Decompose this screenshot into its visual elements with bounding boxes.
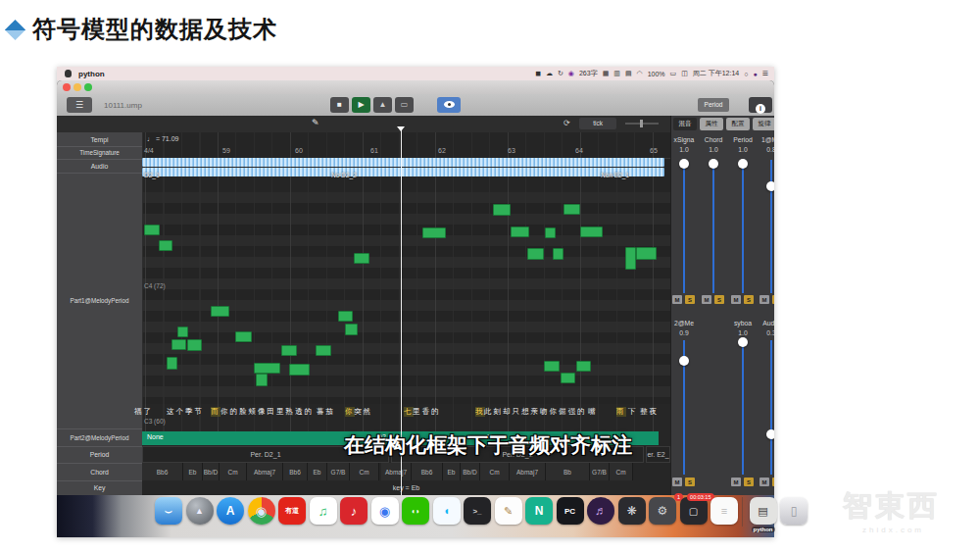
status-icon[interactable]: ◼: [535, 70, 541, 77]
status-icon[interactable]: ◫: [681, 70, 688, 77]
mute-button[interactable]: M: [702, 295, 711, 304]
dock-icon-textedit[interactable]: ✎: [495, 497, 522, 525]
dock-icon-qq[interactable]: ◖: [433, 497, 461, 525]
close-button[interactable]: [63, 83, 71, 91]
lyric-segment[interactable]: 里香的: [413, 407, 441, 417]
midi-note[interactable]: [545, 227, 556, 238]
chord-cell[interactable]: Abmaj7: [381, 463, 412, 480]
dock-icon-chrome[interactable]: ◉: [248, 497, 275, 525]
fader-track[interactable]: [742, 340, 744, 475]
midi-note[interactable]: [564, 204, 580, 215]
fader-knob[interactable]: [679, 356, 689, 366]
timeline-ruler[interactable]: 4/459606162636465: [142, 145, 670, 159]
audio-region-label[interactable]: D2_1: [144, 172, 160, 178]
snap-dropdown[interactable]: tick: [579, 118, 616, 129]
midi-note[interactable]: [561, 373, 575, 383]
apple-logo-icon[interactable]: [65, 70, 72, 77]
midi-note[interactable]: [511, 226, 529, 237]
midi-note[interactable]: [580, 226, 603, 237]
midi-note[interactable]: [187, 339, 202, 351]
midi-note[interactable]: [544, 361, 560, 372]
sidebar-track-audio[interactable]: Audio: [57, 159, 142, 174]
audio-waveform-top[interactable]: [142, 158, 664, 167]
fader-track[interactable]: [683, 160, 685, 293]
midi-note[interactable]: [256, 374, 268, 386]
fader-track[interactable]: [742, 160, 744, 293]
hamburger-menu-button[interactable]: ☰: [67, 97, 92, 113]
status-icon[interactable]: ☁: [546, 70, 553, 77]
mixer-tab-1[interactable]: 混音: [673, 118, 697, 130]
chord-cell[interactable]: Eb: [308, 463, 327, 480]
sidebar-track-part1@melodyperiod[interactable]: Part1@MelodyPeriod: [57, 173, 142, 429]
midi-note[interactable]: [159, 240, 172, 251]
eye-view-button[interactable]: [437, 97, 461, 113]
fader-knob[interactable]: [766, 181, 774, 191]
fader-track[interactable]: [770, 340, 772, 475]
chord-cell[interactable]: G7/B: [327, 463, 350, 480]
chord-cell[interactable]: Bb/D: [461, 463, 480, 480]
midi-note[interactable]: [422, 227, 446, 238]
loop-icon[interactable]: ⟳: [564, 119, 570, 127]
chord-cell[interactable]: Bb6: [412, 463, 443, 480]
lyric-segment[interactable]: 你的脸颊像田里熟透的: [220, 407, 314, 417]
sidebar-track-tempi[interactable]: Tempi: [57, 132, 142, 147]
fader-knob[interactable]: [738, 337, 748, 347]
chord-cell[interactable]: G7/B: [590, 463, 610, 480]
lyric-segment[interactable]: 此刻却只想亲吻你倔强的: [484, 407, 587, 417]
dock-icon-python-window[interactable]: ▤python: [750, 497, 777, 525]
mute-button[interactable]: M: [760, 478, 769, 486]
chord-cell[interactable]: Bb: [546, 463, 590, 480]
dock-icon-netease-music[interactable]: ♪: [340, 497, 368, 525]
lyric-segment[interactable]: 整夜: [640, 407, 659, 417]
status-icon[interactable]: ☰: [762, 70, 768, 77]
zoom-button[interactable]: [84, 83, 92, 91]
midi-note[interactable]: [177, 327, 188, 337]
dock-icon-youdao[interactable]: 有道: [278, 497, 306, 525]
window-titlebar[interactable]: [57, 80, 774, 94]
stop-button[interactable]: ■: [330, 97, 349, 113]
midi-note[interactable]: [316, 345, 331, 356]
status-icon[interactable]: ○: [744, 71, 748, 77]
fader-knob[interactable]: [738, 159, 748, 169]
playhead-marker[interactable]: [397, 126, 405, 131]
fader-knob[interactable]: [709, 159, 718, 169]
fader-knob[interactable]: [766, 429, 774, 439]
zoom-slider-handle[interactable]: [640, 120, 643, 127]
dock-icon-settings[interactable]: ⚙1: [649, 497, 676, 525]
mixer-tab-2[interactable]: 属性: [700, 118, 723, 130]
solo-button[interactable]: S: [744, 295, 754, 304]
period-dropdown[interactable]: Period: [698, 98, 729, 112]
lyric-segment[interactable]: 雨: [616, 407, 626, 417]
dock-icon-finder[interactable]: ⌣: [155, 497, 182, 525]
fader-track[interactable]: [770, 160, 772, 293]
dock-icon-qq-music[interactable]: ♫: [310, 497, 337, 525]
status-icon[interactable]: ▭: [670, 70, 677, 77]
mute-button[interactable]: M: [760, 295, 769, 304]
sidebar-track-period[interactable]: Period: [57, 446, 142, 464]
keyboard-button[interactable]: ▭: [395, 97, 414, 113]
lyric-segment[interactable]: 福了: [134, 407, 153, 417]
midi-note[interactable]: [211, 306, 229, 317]
play-button[interactable]: ▶: [352, 97, 370, 113]
monitor-button[interactable]: ▲: [373, 97, 392, 113]
sidebar-track-timesignature[interactable]: TimeSignature: [57, 146, 142, 160]
status-text[interactable]: 263字: [579, 69, 598, 78]
chord-cell[interactable]: Bb/D: [203, 463, 220, 480]
mute-button[interactable]: M: [731, 295, 741, 304]
dock-icon-neat[interactable]: N: [525, 497, 553, 525]
lyric-segment[interactable]: 这个季节: [167, 407, 204, 417]
status-text[interactable]: 100%: [648, 71, 665, 77]
dock-icon-meeting[interactable]: ◉: [371, 497, 399, 525]
status-icon[interactable]: ▥: [613, 70, 620, 77]
midi-note[interactable]: [235, 331, 252, 342]
fader-knob[interactable]: [679, 159, 689, 169]
audio-region-label[interactable]: No D2_2: [331, 172, 357, 178]
solo-button[interactable]: S: [685, 478, 695, 486]
midi-note[interactable]: [338, 311, 353, 322]
status-text[interactable]: 周二 下午12:14: [693, 69, 739, 78]
lyric-segment[interactable]: 下: [628, 407, 638, 417]
solo-button[interactable]: S: [714, 295, 724, 304]
midi-note[interactable]: [345, 324, 358, 335]
solo-button[interactable]: S: [685, 295, 695, 304]
midi-note[interactable]: [289, 364, 310, 376]
